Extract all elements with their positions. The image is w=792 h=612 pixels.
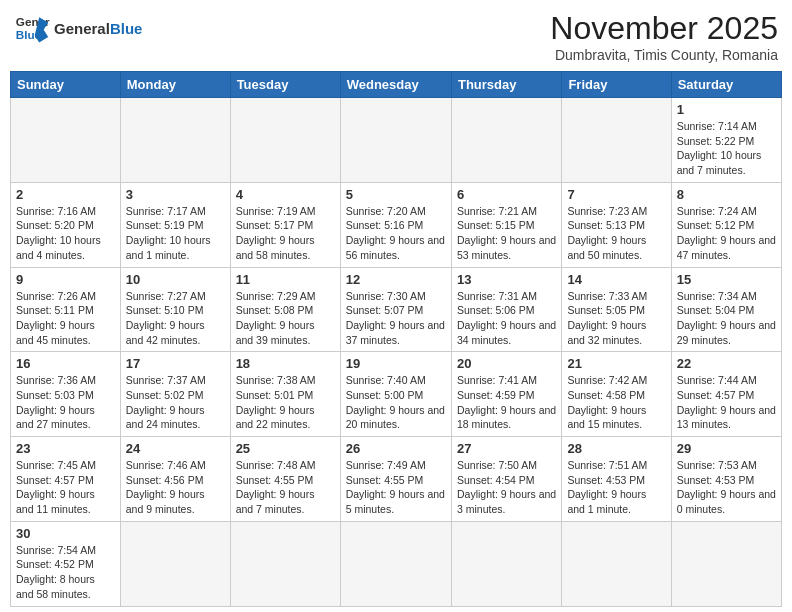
- table-row: 19Sunrise: 7:40 AM Sunset: 5:00 PM Dayli…: [340, 352, 451, 437]
- day-info: Sunrise: 7:17 AM Sunset: 5:19 PM Dayligh…: [126, 204, 225, 263]
- table-row: 27Sunrise: 7:50 AM Sunset: 4:54 PM Dayli…: [451, 437, 561, 522]
- day-info: Sunrise: 7:23 AM Sunset: 5:13 PM Dayligh…: [567, 204, 665, 263]
- day-number: 16: [16, 356, 115, 371]
- table-row: 2Sunrise: 7:16 AM Sunset: 5:20 PM Daylig…: [11, 182, 121, 267]
- day-number: 26: [346, 441, 446, 456]
- day-info: Sunrise: 7:42 AM Sunset: 4:58 PM Dayligh…: [567, 373, 665, 432]
- col-friday: Friday: [562, 72, 671, 98]
- day-number: 20: [457, 356, 556, 371]
- day-info: Sunrise: 7:37 AM Sunset: 5:02 PM Dayligh…: [126, 373, 225, 432]
- month-title: November 2025: [550, 10, 778, 47]
- table-row: 8Sunrise: 7:24 AM Sunset: 5:12 PM Daylig…: [671, 182, 781, 267]
- table-row: 22Sunrise: 7:44 AM Sunset: 4:57 PM Dayli…: [671, 352, 781, 437]
- day-number: 22: [677, 356, 776, 371]
- day-info: Sunrise: 7:36 AM Sunset: 5:03 PM Dayligh…: [16, 373, 115, 432]
- table-row: 29Sunrise: 7:53 AM Sunset: 4:53 PM Dayli…: [671, 437, 781, 522]
- day-info: Sunrise: 7:20 AM Sunset: 5:16 PM Dayligh…: [346, 204, 446, 263]
- day-number: 18: [236, 356, 335, 371]
- col-saturday: Saturday: [671, 72, 781, 98]
- col-tuesday: Tuesday: [230, 72, 340, 98]
- table-row: [120, 521, 230, 606]
- day-number: 27: [457, 441, 556, 456]
- table-row: 5Sunrise: 7:20 AM Sunset: 5:16 PM Daylig…: [340, 182, 451, 267]
- calendar-week-row: 16Sunrise: 7:36 AM Sunset: 5:03 PM Dayli…: [11, 352, 782, 437]
- calendar-week-row: 30Sunrise: 7:54 AM Sunset: 4:52 PM Dayli…: [11, 521, 782, 606]
- day-number: 5: [346, 187, 446, 202]
- table-row: 20Sunrise: 7:41 AM Sunset: 4:59 PM Dayli…: [451, 352, 561, 437]
- table-row: 30Sunrise: 7:54 AM Sunset: 4:52 PM Dayli…: [11, 521, 121, 606]
- day-info: Sunrise: 7:48 AM Sunset: 4:55 PM Dayligh…: [236, 458, 335, 517]
- day-info: Sunrise: 7:26 AM Sunset: 5:11 PM Dayligh…: [16, 289, 115, 348]
- day-info: Sunrise: 7:38 AM Sunset: 5:01 PM Dayligh…: [236, 373, 335, 432]
- day-number: 17: [126, 356, 225, 371]
- table-row: 26Sunrise: 7:49 AM Sunset: 4:55 PM Dayli…: [340, 437, 451, 522]
- col-wednesday: Wednesday: [340, 72, 451, 98]
- table-row: 1Sunrise: 7:14 AM Sunset: 5:22 PM Daylig…: [671, 98, 781, 183]
- day-number: 4: [236, 187, 335, 202]
- day-number: 7: [567, 187, 665, 202]
- day-number: 24: [126, 441, 225, 456]
- day-info: Sunrise: 7:16 AM Sunset: 5:20 PM Dayligh…: [16, 204, 115, 263]
- logo-icon: General Blue: [14, 10, 50, 46]
- day-number: 14: [567, 272, 665, 287]
- table-row: 10Sunrise: 7:27 AM Sunset: 5:10 PM Dayli…: [120, 267, 230, 352]
- table-row: 21Sunrise: 7:42 AM Sunset: 4:58 PM Dayli…: [562, 352, 671, 437]
- day-number: 15: [677, 272, 776, 287]
- day-number: 8: [677, 187, 776, 202]
- table-row: [120, 98, 230, 183]
- table-row: [562, 98, 671, 183]
- day-number: 6: [457, 187, 556, 202]
- table-row: 6Sunrise: 7:21 AM Sunset: 5:15 PM Daylig…: [451, 182, 561, 267]
- day-info: Sunrise: 7:31 AM Sunset: 5:06 PM Dayligh…: [457, 289, 556, 348]
- table-row: 4Sunrise: 7:19 AM Sunset: 5:17 PM Daylig…: [230, 182, 340, 267]
- table-row: [11, 98, 121, 183]
- page-header: General Blue GeneralBlue November 2025 D…: [10, 10, 782, 63]
- logo: General Blue GeneralBlue: [14, 10, 142, 46]
- table-row: 13Sunrise: 7:31 AM Sunset: 5:06 PM Dayli…: [451, 267, 561, 352]
- table-row: [340, 521, 451, 606]
- day-info: Sunrise: 7:53 AM Sunset: 4:53 PM Dayligh…: [677, 458, 776, 517]
- table-row: 24Sunrise: 7:46 AM Sunset: 4:56 PM Dayli…: [120, 437, 230, 522]
- day-info: Sunrise: 7:51 AM Sunset: 4:53 PM Dayligh…: [567, 458, 665, 517]
- table-row: 18Sunrise: 7:38 AM Sunset: 5:01 PM Dayli…: [230, 352, 340, 437]
- table-row: [340, 98, 451, 183]
- col-monday: Monday: [120, 72, 230, 98]
- day-number: 30: [16, 526, 115, 541]
- day-number: 13: [457, 272, 556, 287]
- day-info: Sunrise: 7:50 AM Sunset: 4:54 PM Dayligh…: [457, 458, 556, 517]
- day-info: Sunrise: 7:49 AM Sunset: 4:55 PM Dayligh…: [346, 458, 446, 517]
- day-number: 1: [677, 102, 776, 117]
- table-row: 16Sunrise: 7:36 AM Sunset: 5:03 PM Dayli…: [11, 352, 121, 437]
- day-number: 21: [567, 356, 665, 371]
- day-info: Sunrise: 7:29 AM Sunset: 5:08 PM Dayligh…: [236, 289, 335, 348]
- day-info: Sunrise: 7:41 AM Sunset: 4:59 PM Dayligh…: [457, 373, 556, 432]
- day-info: Sunrise: 7:24 AM Sunset: 5:12 PM Dayligh…: [677, 204, 776, 263]
- table-row: [451, 98, 561, 183]
- day-info: Sunrise: 7:54 AM Sunset: 4:52 PM Dayligh…: [16, 543, 115, 602]
- table-row: 14Sunrise: 7:33 AM Sunset: 5:05 PM Dayli…: [562, 267, 671, 352]
- table-row: 17Sunrise: 7:37 AM Sunset: 5:02 PM Dayli…: [120, 352, 230, 437]
- day-number: 12: [346, 272, 446, 287]
- calendar-week-row: 1Sunrise: 7:14 AM Sunset: 5:22 PM Daylig…: [11, 98, 782, 183]
- table-row: 25Sunrise: 7:48 AM Sunset: 4:55 PM Dayli…: [230, 437, 340, 522]
- day-info: Sunrise: 7:40 AM Sunset: 5:00 PM Dayligh…: [346, 373, 446, 432]
- calendar-week-row: 23Sunrise: 7:45 AM Sunset: 4:57 PM Dayli…: [11, 437, 782, 522]
- day-info: Sunrise: 7:21 AM Sunset: 5:15 PM Dayligh…: [457, 204, 556, 263]
- day-number: 3: [126, 187, 225, 202]
- day-info: Sunrise: 7:14 AM Sunset: 5:22 PM Dayligh…: [677, 119, 776, 178]
- day-number: 29: [677, 441, 776, 456]
- table-row: [562, 521, 671, 606]
- logo-general-text: GeneralBlue: [54, 20, 142, 37]
- table-row: [230, 521, 340, 606]
- table-row: 28Sunrise: 7:51 AM Sunset: 4:53 PM Dayli…: [562, 437, 671, 522]
- calendar-header-row: Sunday Monday Tuesday Wednesday Thursday…: [11, 72, 782, 98]
- table-row: [671, 521, 781, 606]
- table-row: 7Sunrise: 7:23 AM Sunset: 5:13 PM Daylig…: [562, 182, 671, 267]
- table-row: 23Sunrise: 7:45 AM Sunset: 4:57 PM Dayli…: [11, 437, 121, 522]
- col-sunday: Sunday: [11, 72, 121, 98]
- day-info: Sunrise: 7:44 AM Sunset: 4:57 PM Dayligh…: [677, 373, 776, 432]
- day-info: Sunrise: 7:19 AM Sunset: 5:17 PM Dayligh…: [236, 204, 335, 263]
- day-info: Sunrise: 7:46 AM Sunset: 4:56 PM Dayligh…: [126, 458, 225, 517]
- location: Dumbravita, Timis County, Romania: [550, 47, 778, 63]
- day-number: 19: [346, 356, 446, 371]
